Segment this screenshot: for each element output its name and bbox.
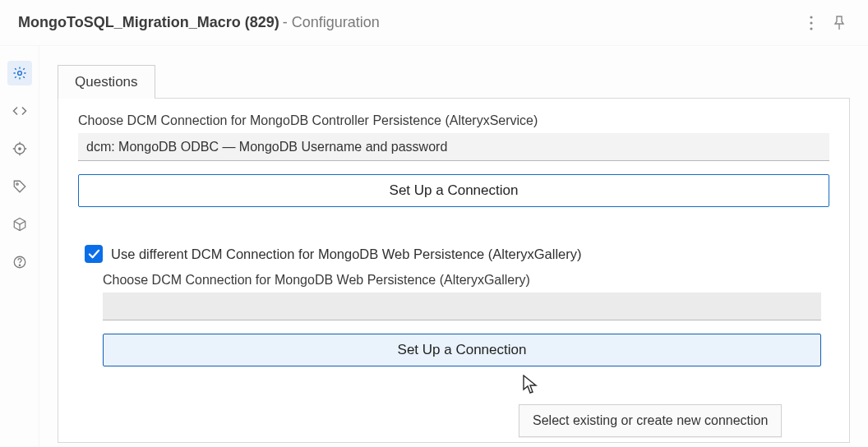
setup-connection-tooltip: Select existing or create new connection [519, 404, 782, 437]
svg-point-6 [16, 183, 17, 185]
svg-point-1 [810, 21, 812, 24]
svg-point-2 [810, 27, 812, 30]
title-main: MongoToSQL_Migration_Macro (829) [18, 14, 279, 31]
web-connection-label: Choose DCM Connection for MongoDB Web Pe… [103, 273, 821, 288]
web-connection-input[interactable] [103, 293, 821, 320]
config-panel: Choose DCM Connection for MongoDB Contro… [58, 98, 850, 443]
gear-icon[interactable] [7, 61, 32, 85]
pin-icon[interactable] [825, 9, 853, 37]
package-icon[interactable] [7, 212, 32, 237]
svg-point-3 [17, 71, 21, 76]
svg-point-8 [19, 265, 20, 265]
title-sub: - Configuration [283, 14, 380, 31]
controller-connection-label: Choose DCM Connection for MongoDB Contro… [78, 113, 829, 128]
setup-web-connection-button[interactable]: Set Up a Connection [103, 334, 821, 366]
help-icon[interactable] [7, 250, 32, 274]
tag-icon[interactable] [7, 174, 32, 199]
controller-connection-input[interactable] [78, 133, 829, 161]
use-different-connection-label: Use different DCM Connection for MongoDB… [111, 247, 582, 262]
sidebar [0, 46, 39, 447]
kebab-menu-icon[interactable] [797, 9, 825, 37]
use-different-connection-row: Use different DCM Connection for MongoDB… [78, 245, 829, 263]
titlebar: MongoToSQL_Migration_Macro (829) - Confi… [0, 0, 868, 46]
setup-controller-connection-button[interactable]: Set Up a Connection [78, 174, 829, 207]
tab-questions[interactable]: Questions [58, 65, 155, 99]
svg-point-5 [18, 148, 20, 150]
target-icon[interactable] [7, 136, 32, 161]
use-different-connection-checkbox[interactable] [85, 245, 103, 263]
code-icon[interactable] [7, 99, 32, 123]
tabstrip: Questions [58, 64, 850, 98]
svg-point-0 [810, 16, 812, 18]
